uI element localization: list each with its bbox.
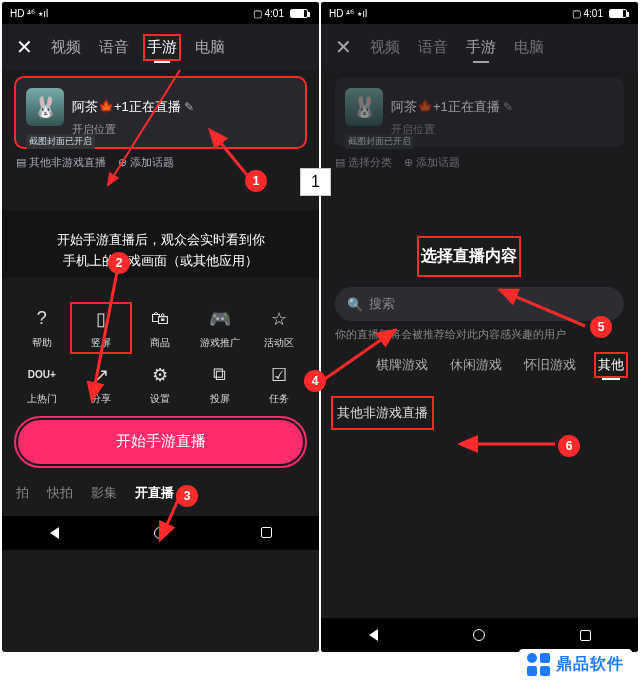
search-icon: 🔍 bbox=[347, 297, 363, 312]
tab-video[interactable]: 视频 bbox=[370, 38, 400, 57]
tab-video[interactable]: 视频 bbox=[51, 38, 81, 57]
tab-shoot[interactable]: 拍 bbox=[16, 484, 29, 502]
search-input[interactable]: 🔍 搜索 bbox=[335, 287, 624, 321]
marker-6: 6 bbox=[558, 435, 580, 457]
help-button[interactable]: ?帮助 bbox=[15, 306, 69, 350]
goods-button[interactable]: 🛍商品 bbox=[133, 306, 187, 350]
stream-title: 阿茶🍁+1正在直播 ✎ bbox=[72, 98, 194, 116]
category-chip[interactable]: ▤ 其他非游戏直播 bbox=[16, 155, 106, 170]
topic-chip[interactable]: ⊕ 添加话题 bbox=[118, 155, 174, 170]
share-icon: ↗ bbox=[88, 362, 114, 388]
panel-description: 开始手游直播后，观众会实时看到你 手机上的游戏画面（或其他应用） bbox=[2, 210, 319, 278]
close-icon[interactable]: ✕ bbox=[335, 35, 352, 59]
orientation-button[interactable]: ▯竖屏 bbox=[74, 306, 128, 350]
android-navbar bbox=[2, 516, 319, 550]
search-placeholder: 搜索 bbox=[369, 295, 395, 313]
other-nongame-item[interactable]: 其他非游戏直播 bbox=[335, 400, 430, 426]
cat-board[interactable]: 棋牌游戏 bbox=[376, 356, 428, 374]
share-button[interactable]: ↗分享 bbox=[74, 362, 128, 406]
gear-icon: ⚙ bbox=[147, 362, 173, 388]
stream-title: 阿茶🍁+1正在直播 ✎ bbox=[391, 98, 513, 116]
bottom-tabs: 拍 快拍 影集 开直播 bbox=[2, 474, 319, 516]
watermark-text: 鼎品软件 bbox=[556, 654, 624, 675]
watermark-logo-icon bbox=[527, 653, 550, 676]
top-tabs: ✕ 视频 语音 手游 电脑 bbox=[321, 24, 638, 70]
category-chip[interactable]: ▤ 选择分类 bbox=[335, 155, 392, 170]
marker-3: 3 bbox=[176, 485, 198, 507]
task-button[interactable]: ☑任务 bbox=[252, 362, 306, 406]
marker-1: 1 bbox=[245, 170, 267, 192]
tab-audio[interactable]: 语音 bbox=[418, 38, 448, 57]
bag-icon: 🛍 bbox=[147, 306, 173, 332]
edit-icon[interactable]: ✎ bbox=[184, 100, 194, 114]
watermark: 鼎品软件 bbox=[519, 649, 632, 680]
marker-5: 5 bbox=[590, 316, 612, 338]
cat-other[interactable]: 其他 bbox=[598, 356, 624, 374]
settings-button[interactable]: ⚙设置 bbox=[133, 362, 187, 406]
status-bar: HD⁴⁶ ٭ıl ▢4:01 bbox=[2, 2, 319, 24]
profile-card[interactable]: 🐰 阿茶🍁+1正在直播 ✎ 截图封面已开启 开启位置 bbox=[16, 78, 305, 147]
nav-recent-icon[interactable] bbox=[261, 527, 272, 538]
tab-quickshot[interactable]: 快拍 bbox=[47, 484, 73, 502]
location-toggle-label[interactable]: 开启位置 bbox=[391, 122, 614, 137]
topic-chip[interactable]: ⊕ 添加话题 bbox=[404, 155, 460, 170]
tab-pc[interactable]: 电脑 bbox=[514, 38, 544, 57]
row-chips: ▤ 其他非游戏直播 ⊕ 添加话题 bbox=[16, 155, 305, 170]
avatar[interactable]: 🐰 bbox=[26, 88, 64, 126]
cast-button[interactable]: ⧉投屏 bbox=[193, 362, 247, 406]
task-icon: ☑ bbox=[266, 362, 292, 388]
portrait-icon: ▯ bbox=[88, 306, 114, 332]
profile-card[interactable]: 🐰 阿茶🍁+1正在直播 ✎ 截图封面已开启 开启位置 bbox=[335, 78, 624, 147]
star-icon: ☆ bbox=[266, 306, 292, 332]
cat-casual[interactable]: 休闲游戏 bbox=[450, 356, 502, 374]
status-bar: HD⁴⁶ ٭ıl ▢4:01 bbox=[321, 2, 638, 24]
marker-4: 4 bbox=[304, 370, 326, 392]
android-navbar bbox=[321, 618, 638, 652]
avatar[interactable]: 🐰 bbox=[345, 88, 383, 126]
edit-icon[interactable]: ✎ bbox=[503, 100, 513, 114]
activity-button[interactable]: ☆活动区 bbox=[252, 306, 306, 350]
cast-icon: ⧉ bbox=[207, 362, 233, 388]
nav-home-icon[interactable] bbox=[473, 629, 485, 641]
nav-back-icon[interactable] bbox=[369, 629, 378, 641]
step-label-box: 1 bbox=[300, 168, 331, 196]
tab-live[interactable]: 开直播 bbox=[135, 484, 174, 502]
promo-button[interactable]: 🎮游戏推广 bbox=[193, 306, 247, 350]
tab-album[interactable]: 影集 bbox=[91, 484, 117, 502]
category-row: 棋牌游戏 休闲游戏 怀旧游戏 其他 bbox=[321, 356, 638, 382]
top-tabs: ✕ 视频 语音 手游 电脑 bbox=[2, 24, 319, 70]
tab-pc[interactable]: 电脑 bbox=[195, 38, 225, 57]
tab-audio[interactable]: 语音 bbox=[99, 38, 129, 57]
cover-badge: 截图封面已开启 bbox=[345, 134, 414, 149]
gamepad-icon: 🎮 bbox=[207, 306, 233, 332]
help-icon: ? bbox=[29, 306, 55, 332]
nav-back-icon[interactable] bbox=[50, 527, 59, 539]
nav-home-icon[interactable] bbox=[154, 527, 166, 539]
search-hint: 你的直播间将会被推荐给对此内容感兴趣的用户 bbox=[335, 327, 624, 342]
cat-retro[interactable]: 怀旧游戏 bbox=[524, 356, 576, 374]
tab-mobile-game[interactable]: 手游 bbox=[466, 38, 496, 57]
dou-icon: DOU+ bbox=[29, 362, 55, 388]
marker-2: 2 bbox=[108, 252, 130, 274]
dialog-title: 选择直播内容 bbox=[421, 240, 517, 273]
icon-row-2: DOU+上热门 ↗分享 ⚙设置 ⧉投屏 ☑任务 bbox=[2, 354, 319, 410]
location-toggle-label[interactable]: 开启位置 bbox=[72, 122, 295, 137]
cover-badge: 截图封面已开启 bbox=[26, 134, 95, 149]
row-chips: ▤ 选择分类 ⊕ 添加话题 bbox=[335, 155, 624, 170]
icon-row-1: ?帮助 ▯竖屏 🛍商品 🎮游戏推广 ☆活动区 bbox=[2, 298, 319, 354]
phone-left: HD⁴⁶ ٭ıl ▢4:01 ✕ 视频 语音 手游 电脑 🐰 阿茶🍁+1正在直播… bbox=[2, 2, 319, 652]
dou-button[interactable]: DOU+上热门 bbox=[15, 362, 69, 406]
nav-recent-icon[interactable] bbox=[580, 630, 591, 641]
close-icon[interactable]: ✕ bbox=[16, 35, 33, 59]
tab-mobile-game[interactable]: 手游 bbox=[147, 38, 177, 57]
start-stream-button[interactable]: 开始手游直播 bbox=[18, 420, 303, 464]
